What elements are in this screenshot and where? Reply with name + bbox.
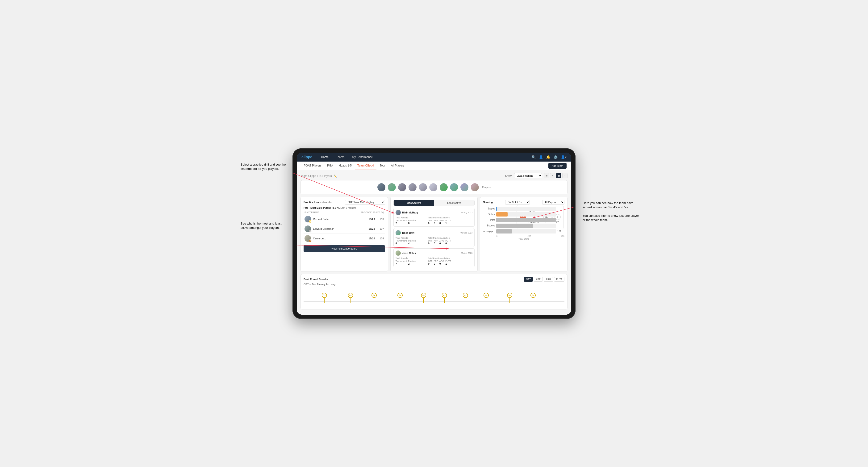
sub-nav: PGAT Players PGA Hcaps 1-5 Team Clippd T… — [297, 161, 571, 170]
streak-pin: 5x — [421, 293, 426, 303]
lb-avatar-2: 2 — [305, 225, 311, 232]
lb-name-2: Edward Crossman — [313, 227, 366, 230]
view-full-leaderboard-button[interactable]: View Full Leaderboard — [304, 245, 385, 252]
tablet-screen: clippd Home Teams My Performance 🔍 👤 🔔 ⚙… — [297, 153, 571, 315]
table-row: 2 Edward Crossman 18/20 107 — [304, 224, 385, 234]
pac-date-1: 26 Aug 2023 — [461, 211, 473, 214]
tab-least-active[interactable]: Least Active — [434, 200, 474, 206]
lb-avg-1: 110 — [377, 218, 384, 220]
tab-most-active[interactable]: Most Active — [394, 200, 434, 206]
page-wrapper: Select a practice drill and see the lead… — [292, 148, 576, 319]
player-avatar-9[interactable] — [460, 183, 468, 191]
streaks-tab-ott[interactable]: OTT — [524, 277, 533, 282]
lb-name-3: Cameron... — [313, 237, 366, 240]
sub-nav-pgat[interactable]: PGAT Players — [302, 161, 324, 170]
scoring-filter-players[interactable]: All Players — [542, 200, 564, 205]
streaks-header: Best Round Streaks OTT APP ARG PUTT — [304, 277, 564, 282]
nav-link-performance[interactable]: My Performance — [350, 154, 374, 160]
streaks-subtitle: Off The Tee, Fairway Accuracy — [304, 283, 564, 286]
chart-row-bogeys: Bogeys 311 — [483, 224, 564, 228]
player-avatar-2[interactable] — [388, 183, 396, 191]
lb-badge-gold: ★ — [309, 220, 312, 223]
lb-score-3: 17/20 — [368, 237, 375, 240]
streak-pin: 6x — [371, 293, 377, 303]
pac-date-2: 02 Sep 2023 — [460, 231, 472, 234]
player-avatar-10[interactable] — [471, 183, 479, 191]
pac-stats-1: Total Rounds Tournament 7 Practice — [396, 217, 473, 224]
show-period-select[interactable]: Last 3 months Last month Last 6 months L… — [514, 173, 542, 178]
lb-avg-3: 103 — [377, 237, 384, 240]
lb-score-2: 18/20 — [368, 227, 375, 230]
nav-link-home[interactable]: Home — [319, 154, 330, 160]
streak-pin: 4x — [463, 293, 468, 303]
sub-nav-team-clippd[interactable]: Team Clippd — [355, 161, 376, 170]
player-avatar-4[interactable] — [408, 183, 416, 191]
edit-icon[interactable]: ✏️ — [334, 175, 337, 177]
player-avatar-8[interactable] — [450, 183, 458, 191]
pac-avatar-1 — [396, 210, 401, 215]
sub-nav-all-players[interactable]: All Players — [389, 161, 407, 170]
scoring-header: Scoring Par 3, 4 & 5s All Players — [483, 200, 564, 205]
view-icon-list[interactable]: ≡ — [550, 173, 555, 178]
table-row: ★ Richard Butler 19/20 110 — [304, 214, 385, 224]
chart-x-label: Total Shots — [483, 238, 564, 240]
player-avatar-6[interactable] — [429, 183, 437, 191]
top-nav: clippd Home Teams My Performance 🔍 👤 🔔 ⚙… — [297, 153, 571, 161]
lb-column-headers: PLAYER NAME PB SCORE PB AVG SQ — [304, 211, 385, 214]
streaks-tab-putt[interactable]: PUTT — [554, 277, 564, 282]
player-avatar-1[interactable] — [377, 183, 385, 191]
pac-player-1: Blair McHarg — [396, 210, 418, 215]
nav-logo: clippd — [302, 155, 312, 159]
activity-tabs: Most Active Least Active — [394, 200, 475, 206]
activity-card-3: Josh Coles 26 Aug 2023 Total Rounds Tour — [394, 248, 475, 267]
pac-player-2: Rees Britt — [396, 230, 414, 236]
person-icon[interactable]: 👤 — [539, 155, 543, 159]
streaks-tabs: OTT APP ARG PUTT — [524, 277, 564, 282]
settings-icon[interactable]: ⚙️ — [554, 155, 558, 159]
table-row: 3 Cameron... 17/20 103 — [304, 234, 385, 243]
pac-name-1: Blair McHarg — [402, 211, 418, 214]
streaks-title: Best Round Streaks — [304, 278, 328, 281]
streak-pin: 5x — [398, 293, 403, 303]
tablet-frame: clippd Home Teams My Performance 🔍 👤 🔔 ⚙… — [292, 148, 576, 319]
pac-header-2: Rees Britt 02 Sep 2023 — [396, 230, 473, 236]
lb-score-1: 19/20 — [368, 218, 375, 220]
pac-stats-3: Total Rounds Tournament 7 Practice — [396, 257, 473, 265]
activity-card-2: Rees Britt 02 Sep 2023 Total Rounds Tour — [394, 228, 475, 247]
player-avatar-5[interactable] — [419, 183, 427, 191]
leaderboard-subtitle: PUTT Must Make Putting (3-6 ft), Last 3 … — [304, 207, 385, 209]
lb-avatar-1: ★ — [305, 216, 311, 222]
pac-avatar-2 — [396, 230, 401, 236]
sub-nav-tour[interactable]: Tour — [377, 161, 388, 170]
show-filter: Show: Last 3 months Last month Last 6 mo… — [505, 173, 567, 178]
streaks-tab-arg[interactable]: ARG — [544, 277, 553, 282]
sub-nav-pga[interactable]: PGA — [325, 161, 335, 170]
add-team-button[interactable]: Add Team — [549, 163, 566, 168]
streak-pin: 7x — [322, 293, 327, 303]
leaderboard-panel-header: Practice Leaderboards PUTT Must Make Put… — [304, 200, 385, 205]
sub-nav-hcaps[interactable]: Hcaps 1-5 — [336, 161, 354, 170]
team-header: Team Clippd | 14 Players ✏️ Show: Last 3… — [301, 173, 567, 178]
drill-select[interactable]: PUTT Must Make Putting ... — [345, 200, 385, 205]
bell-icon[interactable]: 🔔 — [546, 155, 550, 159]
players-label: Players — [482, 186, 491, 189]
nav-link-teams[interactable]: Teams — [335, 154, 346, 160]
player-avatar-7[interactable] — [440, 183, 448, 191]
view-icon-tile[interactable]: ▦ — [556, 173, 561, 178]
lb-name-1: Richard Butler — [313, 218, 366, 220]
players-section: Players 198 SC Shot Dist: 16 yds Start L… — [301, 180, 567, 194]
search-icon[interactable]: 🔍 — [532, 155, 536, 159]
pac-avatar-3 — [396, 250, 401, 256]
scoring-filter-par[interactable]: Par 3, 4 & 5s — [505, 200, 530, 205]
chart-row-birdies: Birdies 96 — [483, 212, 564, 217]
view-icon-sort[interactable]: ↕ — [562, 173, 567, 178]
nav-icons: 🔍 👤 🔔 ⚙️ 👤▾ — [532, 155, 566, 159]
annotation-bottom-left: See who is the most and least active amo… — [241, 221, 288, 230]
avatar-icon[interactable]: 👤▾ — [561, 155, 566, 159]
player-avatar-3[interactable] — [398, 183, 406, 191]
view-icon-grid[interactable]: ⊞ — [544, 173, 549, 178]
annotation-top-left: Select a practice drill and see the lead… — [241, 162, 288, 171]
streaks-tab-app[interactable]: APP — [534, 277, 543, 282]
streaks-chart: 7x6x6x5x5x4x4x4x3x3x — [304, 287, 564, 306]
lb-badge-bronze: 3 — [309, 239, 312, 242]
